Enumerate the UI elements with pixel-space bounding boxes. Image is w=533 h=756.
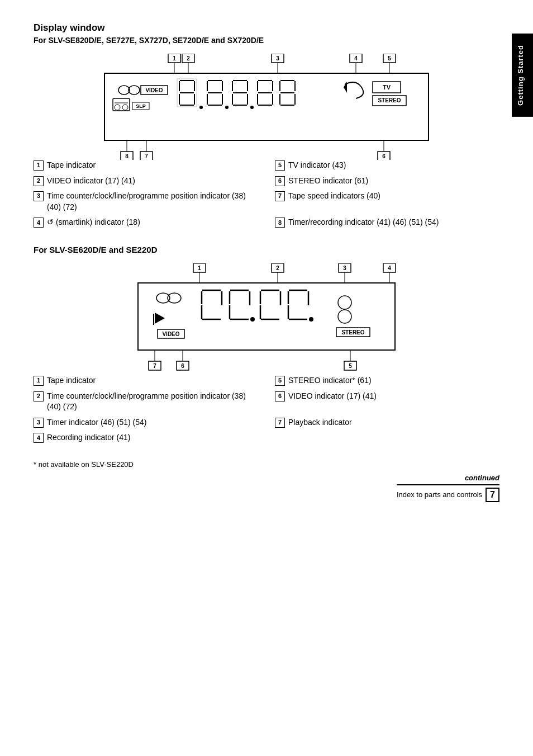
legend-item-3: 3 Time counter/clock/line/programme posi… — [34, 191, 258, 212]
legend-b-num-3: 3 — [34, 418, 44, 428]
continued-label: continued — [397, 474, 499, 482]
legend-b-item-7: 7 Playback indicator — [275, 417, 499, 428]
legend-b-text-7: Playback indicator — [288, 417, 499, 428]
svg-text:1: 1 — [173, 55, 176, 62]
svg-text:3: 3 — [343, 265, 346, 271]
legend-b-num-6: 6 — [275, 391, 285, 401]
legend-text-2: VIDEO indicator (17) (41) — [47, 176, 258, 187]
svg-text:2: 2 — [276, 265, 279, 271]
legend-text-6: STEREO indicator (61) — [288, 176, 499, 187]
legend-item-8: 8 Timer/recording indicator (41) (46) (5… — [275, 217, 499, 228]
svg-point-19 — [199, 106, 203, 109]
legend-text-8: Timer/recording indicator (41) (46) (51)… — [288, 217, 499, 228]
legend-num-7: 7 — [275, 191, 285, 201]
subtitle-bottom: For SLV-SE620D/E and SE220D — [34, 245, 499, 254]
page-number: 7 — [486, 488, 499, 502]
legend-b-text-3: Timer indicator (46) (51) (54) — [47, 417, 258, 428]
legend-top: 1 Tape indicator 5 TV indicator (43) 2 V… — [34, 160, 499, 228]
legend-b-num-1: 1 — [34, 376, 44, 386]
svg-point-96 — [250, 317, 255, 322]
page-title: Display window — [34, 22, 499, 34]
diagram-top: VIDEO SLP — [71, 54, 462, 160]
legend-item-6: 6 STEREO indicator (61) — [275, 176, 499, 187]
svg-text:2: 2 — [187, 55, 190, 62]
legend-b-item-1: 1 Tape indicator — [34, 375, 258, 386]
legend-b-num-2: 2 — [34, 391, 44, 401]
legend-num-1: 1 — [34, 160, 44, 171]
legend-num-6: 6 — [275, 176, 285, 186]
legend-b-text-4: Recording indicator (41) — [47, 432, 258, 443]
side-tab: Getting Started — [512, 34, 533, 117]
legend-bottom: 1 Tape indicator 5 STEREO indicator* (61… — [34, 375, 499, 443]
legend-num-8: 8 — [275, 218, 285, 228]
legend-b-num-4: 4 — [34, 433, 44, 443]
svg-text:4: 4 — [354, 55, 358, 62]
legend-text-1: Tape indicator — [47, 160, 258, 171]
legend-text-5: TV indicator (43) — [288, 160, 499, 171]
subtitle-top: For SLV-SE820D/E, SE727E, SX727D, SE720D… — [34, 36, 499, 45]
legend-b-text-5: STEREO indicator* (61) — [288, 375, 499, 386]
svg-text:SLP: SLP — [136, 103, 146, 109]
svg-text:STEREO: STEREO — [378, 97, 401, 103]
bottom-bar: continued Index to parts and controls 7 — [397, 474, 499, 502]
legend-b-text-1: Tape indicator — [47, 375, 258, 386]
legend-num-4: 4 — [34, 218, 44, 228]
legend-item-4: 4 ↺ (smartlink) indicator (18) — [34, 217, 258, 228]
svg-text:1: 1 — [198, 265, 201, 271]
svg-point-27 — [225, 106, 229, 109]
legend-b-num-5: 5 — [275, 376, 285, 386]
legend-text-4: ↺ (smartlink) indicator (18) — [47, 217, 258, 228]
legend-b-text-6: VIDEO indicator (17) (41) — [288, 391, 499, 402]
legend-num-3: 3 — [34, 191, 44, 201]
legend-b-item-2: 2 Time counter/clock/line/programme posi… — [34, 391, 258, 413]
legend-item-1: 1 Tape indicator — [34, 160, 258, 171]
legend-text-7: Tape speed indicators (40) — [288, 191, 499, 202]
legend-item-2: 2 VIDEO indicator (17) (41) — [34, 176, 258, 187]
svg-point-35 — [250, 106, 254, 109]
svg-text:3: 3 — [276, 55, 279, 62]
svg-text:VIDEO: VIDEO — [145, 87, 163, 93]
svg-text:4: 4 — [388, 265, 391, 271]
legend-b-item-5: 5 STEREO indicator* (61) — [275, 375, 499, 386]
legend-b-item-3: 3 Timer indicator (46) (51) (54) — [34, 417, 258, 428]
legend-item-5: 5 TV indicator (43) — [275, 160, 499, 171]
footnote: * not available on SLV-SE220D — [34, 460, 499, 469]
svg-text:8: 8 — [125, 153, 129, 159]
svg-text:7: 7 — [153, 363, 156, 369]
svg-text:VIDEO: VIDEO — [162, 331, 179, 337]
legend-num-5: 5 — [275, 160, 285, 171]
legend-b-item-4: 4 Recording indicator (41) — [34, 432, 258, 443]
legend-b-text-2: Time counter/clock/line/programme positi… — [47, 391, 258, 413]
svg-point-107 — [309, 317, 313, 322]
page-ref-text: Index to parts and controls — [397, 490, 482, 499]
legend-b-num-7: 7 — [275, 418, 285, 428]
diagram-bottom: VIDEO — [104, 263, 429, 375]
svg-text:6: 6 — [181, 363, 184, 369]
legend-b-item-6: 6 VIDEO indicator (17) (41) — [275, 391, 499, 413]
svg-text:5: 5 — [388, 55, 391, 62]
svg-text:TV: TV — [383, 84, 391, 91]
svg-text:7: 7 — [145, 153, 148, 159]
legend-text-3: Time counter/clock/line/programme positi… — [47, 191, 258, 212]
svg-text:5: 5 — [349, 363, 352, 369]
legend-item-7: 7 Tape speed indicators (40) — [275, 191, 499, 212]
svg-text:6: 6 — [382, 153, 386, 159]
svg-text:STEREO: STEREO — [341, 329, 364, 336]
legend-num-2: 2 — [34, 176, 44, 186]
